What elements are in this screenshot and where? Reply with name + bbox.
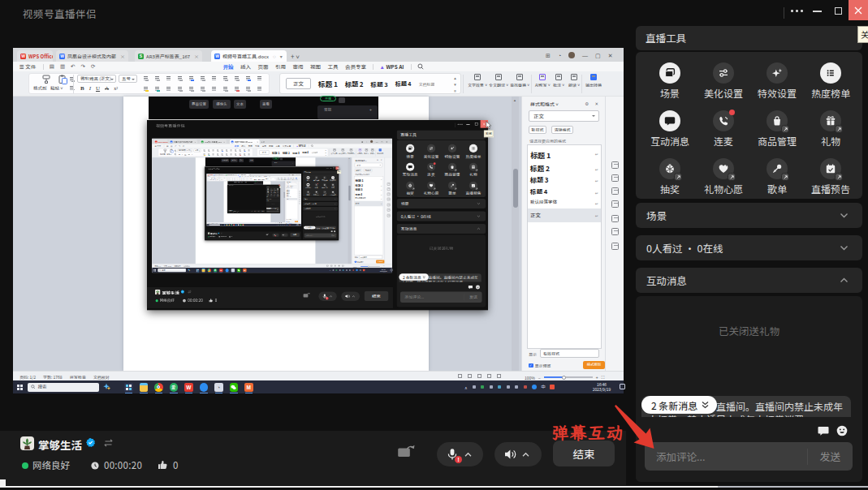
taskbar-m-icon[interactable]: M xyxy=(243,269,246,272)
taskbar-green-icon[interactable]: 爱 xyxy=(231,224,232,226)
wps-active-tab[interactable]: W视频号直播工具.docx◌▾ xyxy=(211,50,287,62)
tool-interaction-messages[interactable]: 互动消息 xyxy=(399,163,421,182)
switch-account-icon[interactable] xyxy=(188,290,192,294)
tool-products[interactable]: 商品管理 xyxy=(442,163,463,182)
mic-caret-icon[interactable] xyxy=(330,294,333,297)
speaker-caret-icon[interactable] xyxy=(259,211,260,212)
gallery-scroll-icons[interactable]: ▲▼≡ xyxy=(274,178,275,180)
copilot-icon[interactable] xyxy=(188,269,191,271)
menu-wps-ai[interactable]: ▲ WPS AI xyxy=(379,62,404,71)
style-h3[interactable]: 标题 3 xyxy=(371,80,388,88)
style-h1[interactable]: 标题 1 xyxy=(254,178,257,180)
comment-mode-icon[interactable] xyxy=(469,285,473,289)
send-button[interactable]: 发送 xyxy=(330,234,337,237)
style-h2[interactable]: 标题 2 xyxy=(345,80,364,88)
tool-ranking[interactable]: 热度榜单 xyxy=(329,176,337,183)
start-button[interactable] xyxy=(207,225,208,226)
share-screen-icon[interactable] xyxy=(397,445,417,459)
mic-caret-icon[interactable] xyxy=(464,451,472,458)
clear-format-button[interactable]: 清除格式 xyxy=(551,126,573,134)
taskbar-green-icon[interactable]: 爱 xyxy=(170,383,179,392)
close-button[interactable] xyxy=(849,0,868,20)
new-messages-pill[interactable]: 2 条新消息 xyxy=(266,208,271,208)
taskbar-wechat-icon[interactable] xyxy=(230,383,239,392)
menu-file[interactable]: ☰ 文件 xyxy=(19,62,36,71)
tool-products[interactable]: 商品管理 xyxy=(321,183,329,191)
font-style-buttons[interactable]: BIUAx² xyxy=(80,85,118,92)
end-stream-button[interactable]: 结束 xyxy=(365,291,389,301)
tool-scenes[interactable]: 场景 xyxy=(304,176,312,183)
style-h3[interactable]: 标题 3 xyxy=(262,178,265,180)
font-size-combo[interactable]: 五号 xyxy=(193,149,201,153)
paste-label[interactable]: 粘贴 ˅ xyxy=(166,153,171,156)
maximize-icon[interactable] xyxy=(334,168,335,169)
style-doc-title[interactable]: 文档标题 xyxy=(418,81,434,87)
tool-co-stream[interactable]: 连麦 xyxy=(421,163,442,182)
ribbon-group-find[interactable]: 查找替换 ˅ xyxy=(510,74,529,88)
more-menu-icon[interactable] xyxy=(458,124,464,125)
taskbar-chrome-icon[interactable] xyxy=(154,383,163,392)
tool-effects[interactable]: 特效设置 xyxy=(750,62,804,110)
taskbar-apps[interactable]: 爱 W ◔ M xyxy=(196,269,246,272)
tool-ranking[interactable]: 热度榜单 xyxy=(463,144,484,163)
maximize-icon[interactable] xyxy=(475,122,478,125)
section-scene[interactable]: 场景 xyxy=(303,197,338,201)
new-style-button[interactable]: 新样式 xyxy=(355,169,362,172)
ribbon-group-comment[interactable]: 批注 ˅ xyxy=(290,178,291,180)
font-style-buttons[interactable]: BIUAx² xyxy=(217,179,222,180)
style-h1[interactable]: 标题 1 xyxy=(272,151,279,155)
taskbar-qq-icon[interactable] xyxy=(225,269,228,272)
taskbar-m-icon[interactable]: M xyxy=(243,224,244,226)
tool-interaction-messages[interactable]: 互动消息 xyxy=(304,183,312,191)
section-scene[interactable]: 场景 xyxy=(636,203,862,228)
comment-input[interactable]: 添加评论... xyxy=(400,294,464,300)
pane-orange-button[interactable]: 格式刷新 xyxy=(376,260,385,264)
tool-ranking[interactable]: 热度榜单 xyxy=(804,62,857,110)
view-mode-icons[interactable] xyxy=(458,374,501,378)
clear-format-button[interactable]: 清除格式 xyxy=(364,169,373,172)
taskbar-folder-icon[interactable] xyxy=(140,383,149,392)
tool-gifts[interactable]: 礼物 xyxy=(463,163,484,182)
font-name-combo[interactable]: 微软雅黑 (正文) xyxy=(177,149,192,153)
pane-show-combo[interactable]: 有效样式 xyxy=(540,349,599,358)
section-viewers[interactable]: 0人看过 · 0在线 xyxy=(397,211,486,221)
menu-reference[interactable]: 引用 xyxy=(275,62,286,71)
style-h2[interactable]: 标题 2 xyxy=(283,151,290,154)
mic-button[interactable]: ! xyxy=(318,291,336,301)
taskbar-gray-icon[interactable]: ◔ xyxy=(214,383,223,392)
section-interaction-messages[interactable]: 互动消息 xyxy=(636,268,862,293)
tool-effects[interactable]: 特效设置 xyxy=(442,144,463,163)
speaker-caret-icon[interactable] xyxy=(522,451,529,458)
ribbon-group-comment[interactable]: 批注 ˅ xyxy=(365,148,369,154)
style-h4[interactable]: 标题 4 xyxy=(395,80,412,88)
tool-playlist[interactable]: 歌单 xyxy=(750,158,804,206)
tool-gift-wish[interactable]: 礼物心愿 xyxy=(421,182,442,200)
style-h1[interactable]: 标题 1 xyxy=(318,79,338,88)
style-doc-title[interactable]: 文档标题 xyxy=(311,152,317,154)
gallery-scroll-icons[interactable]: ▲▼≡ xyxy=(325,149,327,157)
tool-live-preview[interactable]: 直播预告 xyxy=(804,158,857,206)
tool-gifts[interactable]: 礼物 xyxy=(804,110,857,158)
pane-close-icons[interactable]: ⚙ ✕ xyxy=(585,101,601,107)
tool-interaction-messages[interactable]: 互动消息 xyxy=(643,110,697,158)
comment-input[interactable]: 添加评论... xyxy=(266,211,276,212)
share-screen-icon[interactable] xyxy=(303,293,310,299)
pane-close-icons[interactable]: ⚙ ✕ xyxy=(377,159,383,161)
share-screen-icon[interactable] xyxy=(252,211,253,212)
section-interaction-messages[interactable]: 互动消息 xyxy=(303,207,338,211)
style-normal[interactable]: 正文 xyxy=(248,178,253,180)
pane-current-style[interactable]: 正文 xyxy=(287,183,297,185)
pane-current-style[interactable]: 正文 xyxy=(355,163,382,167)
tool-live-preview[interactable]: 直播预告 xyxy=(463,182,484,200)
taskbar-qq-icon[interactable] xyxy=(200,383,209,392)
font-size-combo[interactable]: 五号 xyxy=(223,178,227,179)
taskbar-wechat-icon[interactable] xyxy=(240,224,242,226)
style-h4[interactable]: 标题 4 xyxy=(266,178,268,180)
system-tray[interactable]: ∧中 xyxy=(276,225,290,226)
taskbar-wechat-icon[interactable] xyxy=(237,269,240,272)
taskbar-wps-icon[interactable]: W xyxy=(233,224,235,226)
tool-scenes[interactable]: 场景 xyxy=(399,144,421,163)
start-button[interactable] xyxy=(153,269,156,272)
new-tab-icon[interactable]: + ˅ xyxy=(261,140,265,144)
taskbar-gray-icon[interactable]: ◔ xyxy=(238,224,240,226)
